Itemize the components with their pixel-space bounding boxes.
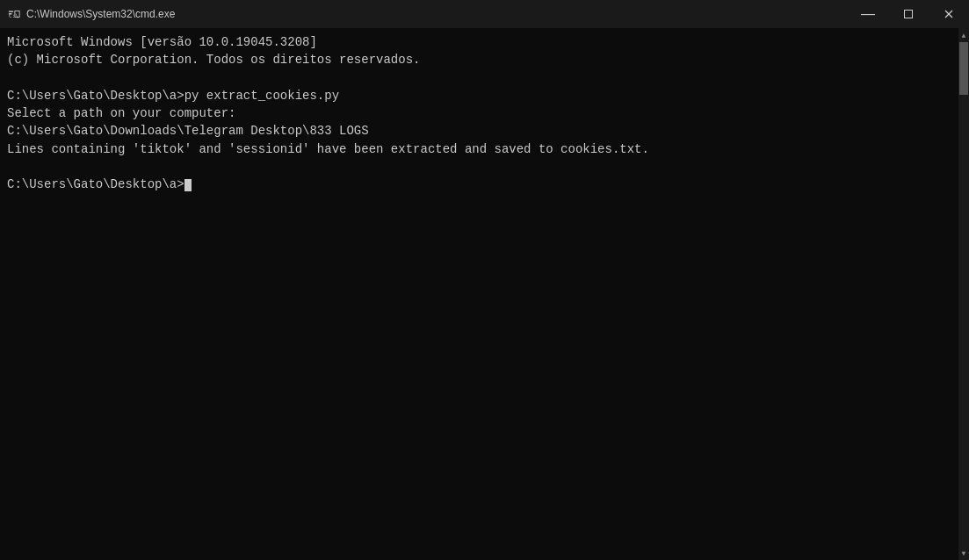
terminal-body: Microsoft Windows [versão 10.0.19045.320…	[0, 28, 969, 560]
scrollbar-thumb[interactable]	[959, 42, 968, 95]
cmd-icon: C:\	[7, 7, 21, 21]
scrollbar-down-button[interactable]: ▼	[958, 546, 969, 560]
title-bar-controls: —	[848, 0, 969, 28]
title-bar-left: C:\ C:\Windows\System32\cmd.exe	[7, 7, 175, 21]
scrollbar-up-button[interactable]: ▲	[958, 28, 969, 42]
svg-text:C:\: C:\	[9, 12, 18, 18]
terminal-content[interactable]: Microsoft Windows [versão 10.0.19045.320…	[0, 28, 958, 560]
terminal-output: Microsoft Windows [versão 10.0.19045.320…	[7, 33, 951, 194]
cursor	[184, 179, 192, 191]
cmd-window: C:\ C:\Windows\System32\cmd.exe — Micro	[0, 0, 969, 560]
title-bar: C:\ C:\Windows\System32\cmd.exe —	[0, 0, 969, 28]
close-button[interactable]	[929, 0, 969, 28]
scrollbar[interactable]: ▲ ▼	[958, 28, 969, 560]
minimize-button[interactable]: —	[848, 0, 888, 28]
svg-rect-5	[905, 11, 913, 18]
scrollbar-track[interactable]	[958, 42, 969, 546]
restore-button[interactable]	[888, 0, 929, 28]
title-bar-title: C:\Windows\System32\cmd.exe	[26, 8, 175, 20]
